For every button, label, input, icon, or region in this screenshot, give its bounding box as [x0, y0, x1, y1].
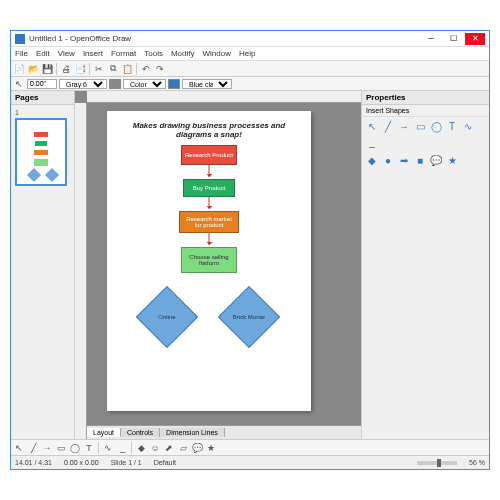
fill-color-swatch[interactable]	[168, 79, 180, 89]
page-thumbnail[interactable]	[15, 118, 67, 186]
vertical-ruler[interactable]	[75, 103, 87, 439]
line-icon[interactable]: ╱	[382, 120, 394, 132]
menu-tools[interactable]: Tools	[144, 49, 163, 58]
arrow-icon[interactable]	[209, 197, 210, 209]
diamond-icon[interactable]: ◆	[366, 154, 378, 166]
new-icon[interactable]: 📄	[13, 63, 25, 75]
minimize-button[interactable]: ─	[421, 33, 441, 45]
window-title: Untitled 1 - OpenOffice Draw	[29, 34, 421, 43]
menu-format[interactable]: Format	[111, 49, 136, 58]
ellipse-tool-icon[interactable]: ◯	[69, 442, 81, 454]
menu-modify[interactable]: Modify	[171, 49, 195, 58]
status-zoom: 56 %	[469, 459, 485, 466]
callout-icon[interactable]: 💬	[430, 154, 442, 166]
pdf-icon[interactable]: 📑	[74, 63, 86, 75]
flow-diamond-brick-mortar[interactable]: Brick Mortar	[227, 295, 271, 339]
app-window: Untitled 1 - OpenOffice Draw ─ ☐ ✕ File …	[10, 30, 490, 470]
copy-icon[interactable]: ⧉	[107, 63, 119, 75]
cut-icon[interactable]: ✂	[93, 63, 105, 75]
properties-header: Properties	[362, 91, 489, 105]
text-icon[interactable]: T	[446, 120, 458, 132]
pointer-icon[interactable]: ↖	[366, 120, 378, 132]
separator	[98, 442, 99, 454]
main-toolbar: 📄 📂 💾 🖨 📑 ✂ ⧉ 📋 ↶ ↷	[11, 61, 489, 77]
arrow-right-icon[interactable]: ➡	[398, 154, 410, 166]
size-input[interactable]	[27, 79, 57, 89]
shape-row: ↖ ╱ → ▭ ◯ T ∿ ⎯	[362, 117, 489, 151]
tab-layout[interactable]: Layout	[87, 428, 121, 437]
thumbnail-container: 1	[11, 105, 74, 190]
pointer-icon[interactable]: ↖	[13, 78, 25, 90]
line-icon[interactable]: ╱	[27, 442, 39, 454]
redo-icon[interactable]: ↷	[154, 63, 166, 75]
menubar: File Edit View Insert Format Tools Modif…	[11, 47, 489, 61]
rect-icon[interactable]: ▭	[414, 120, 426, 132]
open-icon[interactable]: 📂	[27, 63, 39, 75]
tab-dimension-lines[interactable]: Dimension Lines	[160, 428, 225, 437]
drawing-page[interactable]: Makes drawing business processes and dia…	[107, 111, 311, 411]
separator	[89, 63, 90, 75]
paste-icon[interactable]: 📋	[121, 63, 133, 75]
flow-box-research-product[interactable]: Research Product	[181, 145, 237, 165]
star-icon[interactable]: ★	[446, 154, 458, 166]
thumb-diamond	[45, 168, 59, 182]
menu-edit[interactable]: Edit	[36, 49, 50, 58]
block-arrows-icon[interactable]: ⬈	[163, 442, 175, 454]
menu-view[interactable]: View	[58, 49, 75, 58]
line-style-select[interactable]: Gray 6	[59, 79, 107, 89]
menu-insert[interactable]: Insert	[83, 49, 103, 58]
separator	[131, 442, 132, 454]
flow-box-research-market[interactable]: Research market for product	[179, 211, 239, 233]
flow-box-buy-product[interactable]: Buy Product	[183, 179, 235, 197]
shape-row: ◆ ● ➡ ■ 💬 ★	[362, 151, 489, 169]
zoom-slider[interactable]	[417, 461, 457, 465]
line-color-swatch[interactable]	[109, 79, 121, 89]
flow-box-choose-platform[interactable]: Choose selling flatform	[181, 247, 237, 273]
pages-header: Pages	[11, 91, 74, 105]
main-area: Pages 1 Makes drawing business p	[11, 91, 489, 439]
thumb-box	[34, 132, 48, 137]
menu-window[interactable]: Window	[203, 49, 231, 58]
insert-shapes-section: Insert Shapes	[362, 105, 489, 117]
pointer-icon[interactable]: ↖	[13, 442, 25, 454]
properties-panel: Properties Insert Shapes ↖ ╱ → ▭ ◯ T ∿ ⎯…	[361, 91, 489, 439]
tab-controls[interactable]: Controls	[121, 428, 160, 437]
page-title-text[interactable]: Makes drawing business processes and dia…	[107, 111, 311, 145]
callout-icon[interactable]: 💬	[191, 442, 203, 454]
square-icon[interactable]: ■	[414, 154, 426, 166]
flow-diamond-online[interactable]: Online	[145, 295, 189, 339]
fill-style-select[interactable]: Blue classic	[182, 79, 232, 89]
basic-shapes-icon[interactable]: ◆	[135, 442, 147, 454]
arrow-icon[interactable]	[209, 233, 210, 245]
maximize-button[interactable]: ☐	[443, 33, 463, 45]
circle-icon[interactable]: ●	[382, 154, 394, 166]
menu-file[interactable]: File	[15, 49, 28, 58]
arrow-icon[interactable]: →	[398, 120, 410, 132]
horizontal-ruler[interactable]	[87, 91, 361, 103]
arrow-tool-icon[interactable]: →	[41, 442, 53, 454]
canvas-area: Makes drawing business processes and dia…	[75, 91, 361, 439]
ellipse-icon[interactable]: ◯	[430, 120, 442, 132]
save-icon[interactable]: 💾	[41, 63, 53, 75]
star-icon[interactable]: ★	[205, 442, 217, 454]
curve-icon[interactable]: ∿	[462, 120, 474, 132]
thumb-box	[34, 150, 48, 155]
close-button[interactable]: ✕	[465, 33, 485, 45]
undo-icon[interactable]: ↶	[140, 63, 152, 75]
thumb-box	[35, 141, 47, 146]
flowchart-icon[interactable]: ▱	[177, 442, 189, 454]
curve-tool-icon[interactable]: ∿	[102, 442, 114, 454]
connector-icon[interactable]: ⎯	[366, 136, 378, 148]
connector-tool-icon[interactable]: ⎯	[116, 442, 128, 454]
arrow-icon[interactable]	[209, 165, 210, 177]
diamond-label: Online	[142, 314, 192, 320]
format-toolbar: ↖ Gray 6 Color Blue classic	[11, 77, 489, 91]
fill-type-select[interactable]: Color	[123, 79, 166, 89]
canvas[interactable]: Makes drawing business processes and dia…	[87, 103, 361, 425]
rect-tool-icon[interactable]: ▭	[55, 442, 67, 454]
print-icon[interactable]: 🖨	[60, 63, 72, 75]
menu-help[interactable]: Help	[239, 49, 255, 58]
text-tool-icon[interactable]: T	[83, 442, 95, 454]
symbol-shapes-icon[interactable]: ☺	[149, 442, 161, 454]
separator	[136, 63, 137, 75]
